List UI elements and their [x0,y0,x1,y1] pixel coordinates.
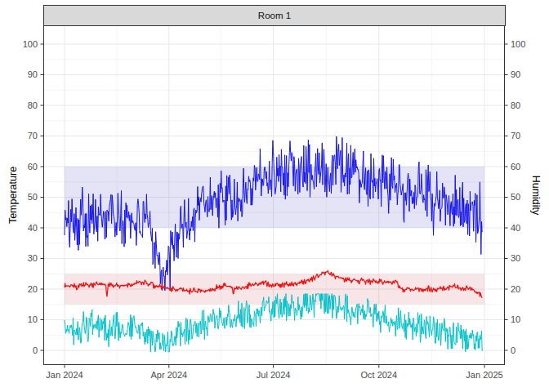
left-tick-label: 50 [28,192,38,202]
bottom-tick-label: Oct 2024 [360,370,397,380]
right-tick-label: 90 [511,69,520,79]
left-tick-label: 60 [28,162,38,172]
left-tick-label: 0 [33,345,38,355]
bottom-tick-label: Apr 2024 [150,370,187,380]
right-tick-label: 40 [511,223,520,233]
right-tick-label: 60 [511,162,520,172]
left-tick-label: 30 [28,253,38,263]
chart-canvas: 0102030405060708090100010203040506070809… [0,0,549,392]
left-tick-label: 100 [23,39,38,49]
facet-strip: Room 1 [43,5,506,26]
bottom-tick-label: Jul 2024 [257,370,291,380]
figure: 0102030405060708090100010203040506070809… [0,0,549,392]
right-tick-label: 80 [511,100,520,110]
right-tick-label: 50 [511,192,520,202]
bottom-tick-label: Jan 2024 [46,370,83,380]
left-tick-label: 70 [28,131,38,140]
bottom-tick-label: Jan 2025 [466,370,502,380]
left-tick-label: 80 [28,100,38,110]
right-tick-label: 70 [511,131,520,140]
left-tick-label: 10 [28,314,38,324]
facet-strip-title: Room 1 [258,11,291,20]
left-tick-label: 90 [28,69,38,79]
right-tick-label: 0 [511,345,516,355]
right-tick-label: 100 [511,39,525,49]
right-tick-label: 20 [511,284,520,294]
left-tick-label: 40 [28,223,38,233]
left-tick-label: 20 [28,284,38,294]
left-axis-title: Temperature [7,167,19,224]
right-tick-label: 10 [511,314,520,324]
right-axis-title: Humidity [530,176,542,216]
right-tick-label: 30 [511,253,520,263]
